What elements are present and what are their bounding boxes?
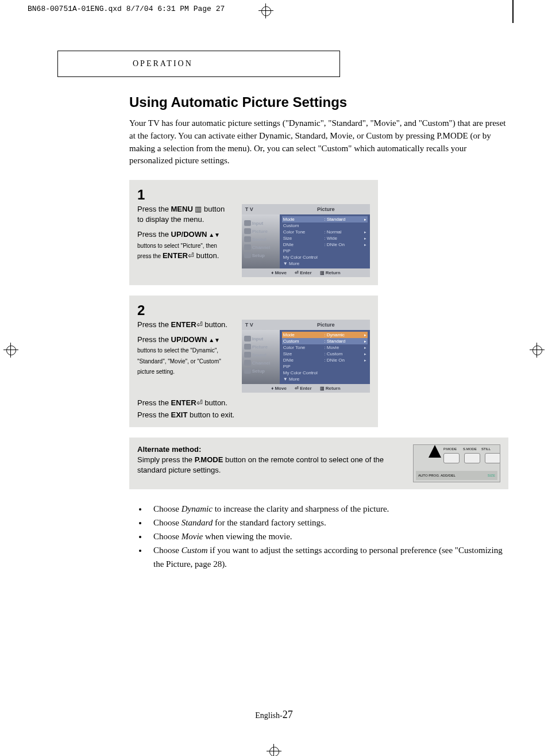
page-content: Using Automatic Picture Settings Your TV… (129, 94, 508, 571)
file-header: BN68-00751A-01ENG.qxd 8/7/04 6:31 PM Pag… (0, 0, 548, 16)
remote-label: P.MODE (443, 447, 457, 451)
registration-mark-icon (267, 744, 281, 756)
bullet-item: Choose Standard for the standard factory… (148, 516, 508, 529)
osd-menu-row: Size:Wide▸ (282, 235, 368, 241)
osd-menu-row: Custom:Standard▸ (282, 338, 368, 344)
osd-menu-row: Custom (282, 222, 368, 229)
osd-menu-row: My Color Control (282, 254, 368, 260)
osd-hint-move: ♦ Move (271, 270, 287, 275)
step-2-box: 2 Press the ENTER⏎ button. Press the UP/… (129, 296, 378, 427)
step-number: 2 (137, 302, 370, 318)
osd-menu-row: Color Tone:Movie▸ (282, 344, 368, 351)
registration-mark-icon (258, 3, 273, 21)
osd-menu-row: PIP (282, 363, 368, 370)
section-heading-box: OPERATION (57, 51, 340, 77)
alternate-heading: Alternate method: (137, 444, 402, 455)
bullet-item: Choose Custom if you want to adjust the … (148, 543, 508, 571)
osd-hint-return: ▥ Return (320, 270, 341, 275)
osd-menu-row: Size:Custom▸ (282, 351, 368, 357)
feature-bullets: Choose Dynamic to increase the clarity a… (135, 502, 508, 571)
remote-label: STILL (481, 447, 491, 451)
step-2-text: Press the ENTER⏎ button. Press the UP/DO… (137, 320, 231, 381)
remote-pmode-button (443, 453, 460, 463)
osd-hint-enter: ⏎ Enter (295, 270, 312, 275)
remote-label: S.MODE (463, 447, 477, 451)
crop-mark-icon (512, 0, 514, 23)
osd-menu-list: Mode:Dynamic▸Custom:Standard▸Color Tone:… (280, 330, 370, 384)
osd-screenshot-1: T V Picture Input Picture Sound Channel … (242, 204, 370, 277)
registration-mark-icon (530, 343, 545, 360)
osd-menu-row: My Color Control (282, 370, 368, 376)
osd-menu-row: ▼ More (282, 376, 368, 382)
osd-menu-row: ▼ More (282, 260, 368, 267)
osd-menu-row: Mode:Standard▸ (282, 216, 368, 222)
pointer-triangle-icon (429, 445, 441, 458)
osd-menu-list: Mode:Standard▸CustomColor Tone:Normal▸Si… (280, 214, 370, 268)
section-label: OPERATION (133, 59, 193, 68)
page-title: Using Automatic Picture Settings (129, 94, 508, 110)
remote-still-button (485, 453, 500, 463)
osd-title: Picture (282, 204, 370, 214)
bullet-item: Choose Movie when viewing the movie. (148, 529, 508, 543)
registration-mark-icon (3, 343, 18, 360)
step-1-box: 1 Press the MENU ▥ button to display the… (129, 180, 378, 285)
osd-screenshot-2: T V Picture Input Picture Sound Channel … (242, 320, 370, 393)
remote-smode-button (464, 453, 480, 463)
bullet-item: Choose Dynamic to increase the clarity a… (148, 502, 508, 516)
remote-control-illustration: P.MODE S.MODE STILL AUTO PROG. ADD/DEL S… (413, 444, 500, 482)
intro-paragraph: Your TV has four automatic picture setti… (129, 117, 508, 167)
osd-menu-row: PIP (282, 248, 368, 254)
osd-menu-row: Color Tone:Normal▸ (282, 229, 368, 235)
osd-menu-row: DNIe:DNIe On▸ (282, 241, 368, 248)
alternate-method-box: Alternate method: Simply press the P.MOD… (129, 438, 508, 489)
osd-sidebar: Input Picture Sound Channel Setup (242, 214, 280, 268)
page-footer: English-27 (0, 709, 548, 756)
remote-bottom-label: AUTO PROG. ADD/DEL (418, 474, 456, 477)
step-number: 1 (137, 187, 370, 203)
osd-menu-row: Mode:Dynamic▸ (282, 332, 368, 338)
osd-menu-row: DNIe:DNIe On▸ (282, 357, 368, 363)
alternate-body: Simply press the P.MODE button on the re… (137, 455, 402, 475)
remote-bottom-label: SIZE (488, 474, 495, 477)
document-page: BN68-00751A-01ENG.qxd 8/7/04 6:31 PM Pag… (0, 0, 548, 756)
step-1-text: Press the MENU ▥ button to display the m… (137, 204, 231, 266)
osd-source: T V (242, 204, 282, 214)
